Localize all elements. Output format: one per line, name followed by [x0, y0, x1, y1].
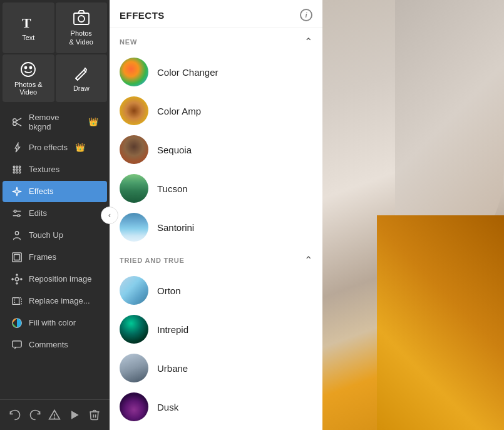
effect-sequoia[interactable]: Sequoia — [110, 130, 322, 169]
info-button[interactable]: i — [300, 9, 312, 21]
tool-graphics[interactable]: Photos & Video — [3, 54, 54, 102]
svg-point-19 — [19, 171, 21, 173]
fill-color-label: Fill with color — [29, 318, 76, 327]
tried-section-toggle[interactable]: ⌃ — [304, 254, 312, 266]
textures-label: Textures — [29, 165, 59, 174]
tool-draw-label: Draw — [73, 84, 90, 92]
sequoia-name: Sequoia — [157, 145, 192, 155]
svg-rect-28 — [13, 297, 19, 304]
svg-text:T: T — [22, 15, 31, 31]
effect-santorini[interactable]: Santorini — [110, 208, 322, 247]
intrepid-name: Intrepid — [157, 324, 188, 335]
sidebar-item-replace[interactable]: Replace image... — [3, 290, 107, 312]
tool-text[interactable]: T Text — [3, 3, 54, 53]
svg-point-12 — [16, 166, 18, 168]
effect-dusk[interactable]: Dusk — [110, 387, 322, 426]
sidebar-menu: Remove bkgnd 👑 Pro effects 👑 — [0, 105, 110, 399]
effect-color-amp[interactable]: Color Amp — [110, 91, 322, 130]
frames-label: Frames — [29, 252, 56, 262]
delete-button[interactable] — [86, 406, 103, 424]
trash-icon — [88, 409, 101, 421]
svg-rect-31 — [13, 340, 21, 347]
sequoia-thumb — [120, 135, 148, 164]
effect-intrepid[interactable]: Intrepid — [110, 310, 322, 349]
santorini-thumb — [120, 213, 148, 242]
edits-label: Edits — [29, 208, 47, 218]
svg-point-15 — [16, 168, 18, 170]
replace-icon — [11, 295, 23, 307]
sparkle-icon — [11, 186, 23, 197]
new-section-label: NEW — [120, 38, 137, 46]
effects-list: NEW ⌃ Color Changer Color Amp Sequoia Tu… — [110, 28, 322, 430]
remove-bkgnd-label: Remove bkgnd — [29, 113, 81, 131]
svg-point-11 — [13, 166, 15, 168]
sidebar-item-fill-color[interactable]: Fill with color — [3, 312, 107, 334]
left-toolbar: T Text Photos& Video Photos & Video — [0, 0, 110, 430]
move-icon — [11, 274, 23, 285]
redo-icon — [29, 409, 41, 421]
canvas-photo — [322, 0, 504, 430]
play-button[interactable] — [66, 406, 83, 424]
svg-point-24 — [15, 231, 18, 234]
svg-point-8 — [13, 122, 16, 125]
color-amp-thumb — [120, 96, 148, 125]
effect-tucson[interactable]: Tucson — [110, 169, 322, 208]
svg-point-27 — [15, 277, 18, 280]
svg-point-3 — [21, 63, 35, 76]
grid-icon — [11, 164, 23, 175]
collapse-panel-button[interactable]: ‹ — [101, 207, 118, 224]
redo-button[interactable] — [26, 406, 44, 424]
person-icon — [11, 230, 23, 241]
svg-point-33 — [54, 418, 55, 419]
sidebar-item-effects[interactable]: Effects — [3, 181, 107, 202]
color-changer-name: Color Changer — [157, 67, 219, 78]
smiley-icon — [19, 61, 37, 78]
color-changer-thumb — [120, 58, 148, 86]
svg-marker-34 — [71, 411, 79, 419]
dusk-thumb — [120, 392, 148, 421]
effect-orton[interactable]: Orton — [110, 271, 322, 310]
tried-section-label: TRIED AND TRUE — [120, 257, 185, 264]
reposition-label: Reposition image — [29, 274, 91, 284]
tucson-thumb — [120, 174, 148, 203]
effect-color-changer[interactable]: Color Changer — [110, 53, 322, 91]
undo-button[interactable] — [6, 406, 24, 424]
scissors-icon — [11, 116, 23, 128]
crown-icon-pro: 👑 — [75, 143, 85, 152]
svg-rect-1 — [74, 13, 89, 24]
urbane-thumb — [120, 354, 148, 382]
tool-photos-label: Photos& Video — [69, 29, 93, 47]
effect-urbane[interactable]: Urbane — [110, 349, 322, 387]
svg-point-4 — [25, 66, 27, 68]
comments-label: Comments — [29, 340, 68, 349]
sliders-icon — [11, 208, 23, 219]
sidebar-item-frames[interactable]: Frames — [3, 247, 107, 268]
sidebar-item-textures[interactable]: Textures — [3, 159, 107, 180]
new-section-toggle[interactable]: ⌃ — [304, 36, 312, 48]
pencil-icon — [73, 64, 90, 82]
tool-draw[interactable]: Draw — [56, 54, 108, 102]
sidebar-item-touch-up[interactable]: Touch Up — [3, 225, 107, 246]
svg-point-17 — [13, 171, 15, 173]
tool-photos-video[interactable]: Photos& Video — [56, 3, 108, 53]
camera-icon — [73, 9, 90, 26]
sidebar-item-edits[interactable]: Edits — [3, 203, 107, 224]
sidebar-item-pro-effects[interactable]: Pro effects 👑 — [3, 137, 107, 158]
color-fill-icon — [11, 317, 23, 329]
tucson-name: Tucson — [157, 183, 188, 194]
sidebar-item-comments[interactable]: Comments — [3, 334, 107, 356]
effects-label: Effects — [29, 187, 54, 196]
sidebar-item-remove-bkgnd[interactable]: Remove bkgnd 👑 — [3, 108, 107, 136]
sidebar-item-reposition[interactable]: Reposition image — [3, 269, 107, 290]
tool-graphics-label: Photos & Video — [6, 81, 51, 96]
warning-button[interactable] — [46, 406, 63, 424]
svg-point-5 — [30, 66, 32, 68]
svg-rect-29 — [14, 297, 21, 304]
santorini-name: Santorini — [157, 222, 194, 233]
dusk-name: Dusk — [157, 402, 178, 412]
text-icon: T — [19, 14, 37, 31]
new-section-header: NEW ⌃ — [110, 28, 322, 53]
canvas-area — [322, 0, 504, 430]
frame-icon — [11, 252, 23, 263]
svg-point-23 — [18, 214, 20, 217]
